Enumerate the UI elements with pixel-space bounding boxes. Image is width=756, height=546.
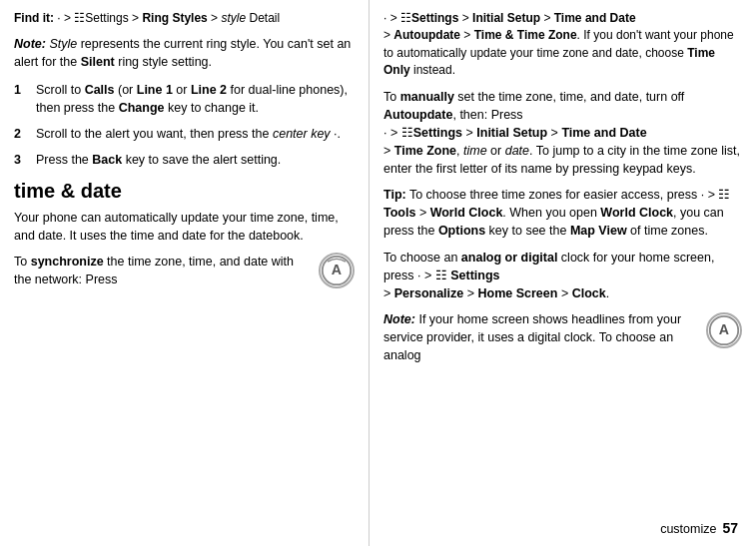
right-column: · > ☷Settings > Initial Setup > Time and…	[370, 0, 756, 546]
manually-paragraph: To manually set the time zone, time, and…	[383, 88, 742, 179]
note-silent-bold: Silent	[81, 55, 115, 69]
find-it-settings: Settings	[85, 11, 128, 25]
right-sep3: >	[383, 28, 393, 42]
find-it-right: · > ☷Settings > Initial Setup > Time and…	[383, 10, 742, 80]
sync-paragraph: To synchronize the time zone, time, and …	[14, 253, 355, 288]
tip-block: Tip: To choose three time zones for easi…	[383, 186, 742, 240]
right-settings-icon: ☷	[400, 11, 411, 25]
right-time-date: Time and Date	[554, 11, 636, 25]
right-time-zone: Time & Time Zone	[474, 28, 577, 42]
steps-list: 1 Scroll to Calls (or Line 1 or Line 2 f…	[14, 81, 355, 170]
note-block-left: Note: Style represents the current ring …	[14, 35, 355, 71]
auto-icon-right: A	[706, 312, 742, 348]
style-italic: style	[221, 11, 246, 25]
page-footer: customize 57	[660, 520, 738, 536]
step-1-num: 1	[14, 81, 30, 117]
page-number: 57	[722, 520, 738, 536]
svg-text:A: A	[719, 321, 729, 337]
auto-sync-icon: A	[319, 253, 355, 288]
sync-text: To synchronize the time zone, time, and …	[14, 253, 311, 288]
right-settings-text: Settings	[411, 11, 458, 25]
left-column: Find it: · > ☷Settings > Ring Styles > s…	[0, 0, 370, 546]
step-2: 2 Scroll to the alert you want, then pre…	[14, 125, 355, 143]
right-autoupdate: Autoupdate	[393, 28, 460, 42]
step-3: 3 Press the Back key to save the alert s…	[14, 151, 355, 169]
nav-dot: · >	[57, 11, 74, 25]
section-body-time-date: Your phone can automatically update your…	[14, 209, 355, 245]
step-3-text: Press the Back key to save the alert set…	[36, 151, 281, 169]
note-text2: ring style setting.	[115, 55, 212, 69]
svg-text:A: A	[332, 262, 342, 277]
footer-word: customize	[660, 522, 716, 536]
step-2-num: 2	[14, 125, 30, 143]
note-label: Note:	[14, 37, 49, 51]
find-it-left: Find it: · > ☷Settings > Ring Styles > s…	[14, 10, 355, 27]
right-find-it-text2: instead.	[410, 63, 455, 77]
note-block-right: Note: If your home screen shows headline…	[383, 310, 742, 364]
section-title-time-date: time & date	[14, 180, 355, 203]
analog-paragraph: To choose an analog or digital clock for…	[383, 249, 742, 302]
step-1-text: Scroll to Calls (or Line 1 or Line 2 for…	[36, 81, 355, 117]
note-right-text: Note: If your home screen shows headline…	[383, 310, 698, 364]
right-nav-dot: · >	[383, 11, 400, 25]
tip-label: Tip:	[383, 188, 406, 202]
step-1: 1 Scroll to Calls (or Line 1 or Line 2 f…	[14, 81, 355, 117]
tip-text1: To choose three time zones for easier ac…	[383, 188, 730, 238]
step-3-num: 3	[14, 151, 30, 169]
settings-icon-inline: ☷	[74, 11, 85, 25]
find-it-label: Find it:	[14, 11, 57, 25]
detail-text: Detail	[246, 11, 280, 25]
note-style-italic: Style	[49, 37, 77, 51]
right-initial-setup: Initial Setup	[472, 11, 540, 25]
ring-styles-link: Ring Styles	[142, 11, 207, 25]
step-2-text: Scroll to the alert you want, then press…	[36, 125, 341, 143]
